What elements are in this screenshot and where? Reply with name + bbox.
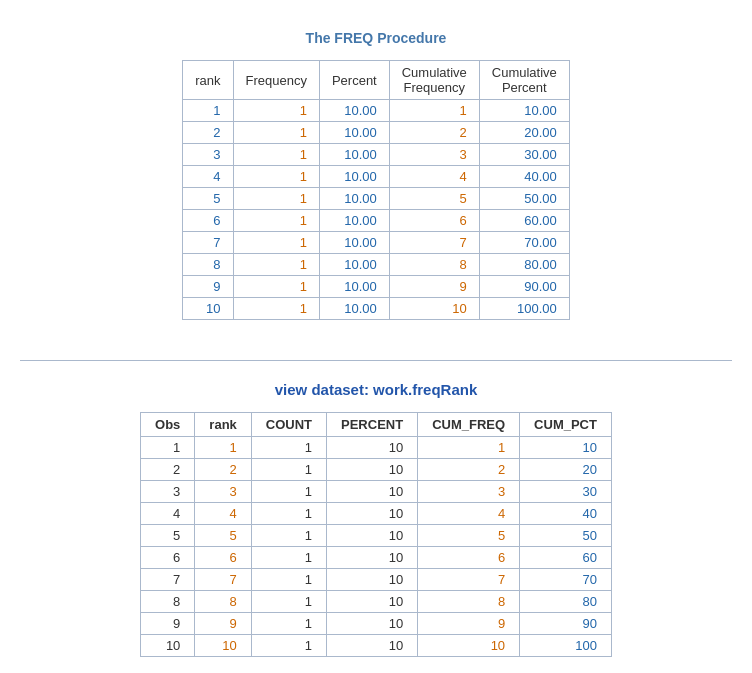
ds-cell-count: 1: [251, 569, 326, 591]
section-divider: [20, 360, 732, 361]
ds-cell-cumfreq: 7: [418, 569, 520, 591]
ds-table-row: 22110220: [141, 459, 612, 481]
freq-cell-freq: 1: [233, 144, 319, 166]
ds-col-cumpct: CUM_PCT: [520, 413, 612, 437]
ds-cell-count: 1: [251, 547, 326, 569]
freq-cell-freq: 1: [233, 298, 319, 320]
ds-cell-pct: 10: [327, 569, 418, 591]
freq-cell-cumfreq: 9: [389, 276, 479, 298]
freq-cell-pct: 10.00: [319, 210, 389, 232]
freq-col-frequency: Frequency: [233, 61, 319, 100]
ds-table-row: 11110110: [141, 437, 612, 459]
ds-cell-cumpct: 80: [520, 591, 612, 613]
freq-cell-rank: 2: [183, 122, 233, 144]
freq-cell-cumpct: 50.00: [479, 188, 569, 210]
freq-col-cumfreq: CumulativeFrequency: [389, 61, 479, 100]
freq-cell-cumfreq: 1: [389, 100, 479, 122]
freq-table-row: 2110.00220.00: [183, 122, 570, 144]
ds-cell-obs: 10: [141, 635, 195, 657]
page: The FREQ Procedure rank Frequency Percen…: [0, 0, 752, 673]
ds-cell-rank: 6: [195, 547, 251, 569]
ds-table-row: 44110440: [141, 503, 612, 525]
freq-cell-rank: 8: [183, 254, 233, 276]
freq-cell-cumpct: 100.00: [479, 298, 569, 320]
ds-cell-pct: 10: [327, 613, 418, 635]
ds-table-row: 77110770: [141, 569, 612, 591]
ds-cell-pct: 10: [327, 635, 418, 657]
freq-cell-rank: 10: [183, 298, 233, 320]
ds-cell-cumfreq: 4: [418, 503, 520, 525]
ds-cell-count: 1: [251, 635, 326, 657]
freq-cell-freq: 1: [233, 276, 319, 298]
freq-cell-freq: 1: [233, 210, 319, 232]
ds-cell-cumpct: 30: [520, 481, 612, 503]
freq-cell-freq: 1: [233, 122, 319, 144]
freq-cell-pct: 10.00: [319, 188, 389, 210]
ds-cell-cumfreq: 8: [418, 591, 520, 613]
freq-cell-cumpct: 60.00: [479, 210, 569, 232]
ds-cell-count: 1: [251, 591, 326, 613]
freq-cell-cumfreq: 6: [389, 210, 479, 232]
freq-procedure-section: The FREQ Procedure rank Frequency Percen…: [0, 20, 752, 350]
freq-cell-freq: 1: [233, 232, 319, 254]
ds-cell-cumpct: 10: [520, 437, 612, 459]
freq-table-row: 10110.0010100.00: [183, 298, 570, 320]
ds-cell-cumfreq: 10: [418, 635, 520, 657]
ds-cell-cumpct: 100: [520, 635, 612, 657]
ds-cell-cumfreq: 9: [418, 613, 520, 635]
freq-cell-rank: 1: [183, 100, 233, 122]
ds-table-row: 33110330: [141, 481, 612, 503]
ds-cell-pct: 10: [327, 547, 418, 569]
freq-cell-cumfreq: 8: [389, 254, 479, 276]
dataset-section: view dataset: work.freqRank Obs rank COU…: [0, 371, 752, 673]
freq-table-row: 3110.00330.00: [183, 144, 570, 166]
ds-cell-rank: 8: [195, 591, 251, 613]
freq-procedure-title: The FREQ Procedure: [20, 30, 732, 46]
freq-cell-cumpct: 90.00: [479, 276, 569, 298]
ds-cell-rank: 10: [195, 635, 251, 657]
freq-cell-rank: 4: [183, 166, 233, 188]
freq-cell-cumpct: 30.00: [479, 144, 569, 166]
freq-table-row: 6110.00660.00: [183, 210, 570, 232]
freq-cell-pct: 10.00: [319, 276, 389, 298]
ds-cell-count: 1: [251, 503, 326, 525]
ds-cell-count: 1: [251, 481, 326, 503]
ds-col-cumfreq: CUM_FREQ: [418, 413, 520, 437]
ds-cell-cumfreq: 6: [418, 547, 520, 569]
freq-cell-pct: 10.00: [319, 254, 389, 276]
ds-cell-pct: 10: [327, 525, 418, 547]
ds-cell-obs: 7: [141, 569, 195, 591]
freq-cell-freq: 1: [233, 188, 319, 210]
ds-table-row: 66110660: [141, 547, 612, 569]
ds-cell-obs: 8: [141, 591, 195, 613]
ds-table-row: 101011010100: [141, 635, 612, 657]
freq-col-cumpct: CumulativePercent: [479, 61, 569, 100]
freq-cell-cumfreq: 2: [389, 122, 479, 144]
freq-cell-pct: 10.00: [319, 144, 389, 166]
ds-cell-cumpct: 50: [520, 525, 612, 547]
freq-table-row: 7110.00770.00: [183, 232, 570, 254]
ds-cell-cumfreq: 2: [418, 459, 520, 481]
freq-table: rank Frequency Percent CumulativeFrequen…: [182, 60, 570, 320]
ds-cell-cumfreq: 1: [418, 437, 520, 459]
ds-col-obs: Obs: [141, 413, 195, 437]
freq-table-row: 9110.00990.00: [183, 276, 570, 298]
freq-cell-rank: 9: [183, 276, 233, 298]
freq-col-percent: Percent: [319, 61, 389, 100]
freq-table-wrapper: rank Frequency Percent CumulativeFrequen…: [20, 60, 732, 320]
ds-cell-pct: 10: [327, 437, 418, 459]
ds-cell-cumfreq: 3: [418, 481, 520, 503]
ds-cell-rank: 3: [195, 481, 251, 503]
ds-cell-rank: 4: [195, 503, 251, 525]
ds-cell-count: 1: [251, 437, 326, 459]
ds-cell-pct: 10: [327, 503, 418, 525]
ds-table-row: 99110990: [141, 613, 612, 635]
freq-cell-pct: 10.00: [319, 100, 389, 122]
ds-cell-cumpct: 60: [520, 547, 612, 569]
freq-cell-cumfreq: 5: [389, 188, 479, 210]
ds-cell-pct: 10: [327, 459, 418, 481]
ds-table-row: 88110880: [141, 591, 612, 613]
freq-cell-freq: 1: [233, 254, 319, 276]
ds-cell-cumpct: 40: [520, 503, 612, 525]
freq-cell-rank: 5: [183, 188, 233, 210]
